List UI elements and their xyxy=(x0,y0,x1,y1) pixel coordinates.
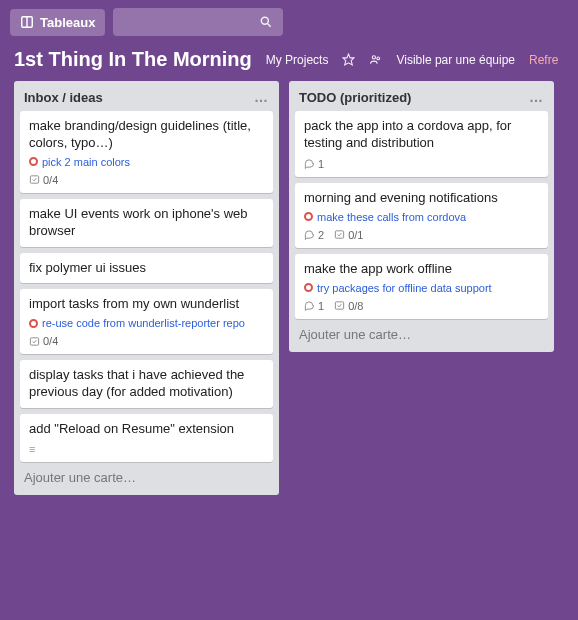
svg-point-2 xyxy=(262,17,269,24)
list-todo-prioritized: TODO (prioritized) … pack the app into a… xyxy=(289,81,554,352)
checklist-icon xyxy=(334,300,345,311)
card-title: make the app work offline xyxy=(304,261,539,278)
my-projects-link[interactable]: My Projects xyxy=(266,53,329,67)
card-warning: pick 2 main colors xyxy=(29,156,264,168)
card[interactable]: make UI events work on iphone's web brow… xyxy=(20,199,273,247)
card-warning: try packages for offline data support xyxy=(304,282,539,294)
card-title: import tasks from my own wunderlist xyxy=(29,296,264,313)
boards-label: Tableaux xyxy=(40,15,95,30)
boards-button[interactable]: Tableaux xyxy=(10,9,105,36)
checklist-icon xyxy=(334,229,345,240)
card-warning: make these calls from cordova xyxy=(304,211,539,223)
card[interactable]: morning and evening notifications make t… xyxy=(295,183,548,248)
topbar: Tableaux xyxy=(0,0,578,44)
svg-point-5 xyxy=(373,56,376,59)
card[interactable]: make the app work offline try packages f… xyxy=(295,254,548,319)
svg-rect-7 xyxy=(30,176,38,183)
comment-icon xyxy=(304,229,315,240)
card[interactable]: import tasks from my own wunderlist re-u… xyxy=(20,289,273,354)
board-title[interactable]: 1st Thing In The Morning xyxy=(14,48,252,71)
card-title: add "Reload on Resume" extension xyxy=(29,421,264,438)
checklist-badge: 0/8 xyxy=(334,300,363,312)
comments-badge: 1 xyxy=(304,158,324,170)
warning-icon xyxy=(304,212,313,221)
card[interactable]: display tasks that i have achieved the p… xyxy=(20,360,273,408)
warning-icon xyxy=(304,283,313,292)
checklist-badge: 0/4 xyxy=(29,335,58,347)
svg-marker-4 xyxy=(344,54,355,65)
card[interactable]: add "Reload on Resume" extension ≡ xyxy=(20,414,273,462)
list-title[interactable]: TODO (prioritized) xyxy=(299,90,411,105)
card-title: display tasks that i have achieved the p… xyxy=(29,367,264,401)
card-title: make UI events work on iphone's web brow… xyxy=(29,206,264,240)
card-title: pack the app into a cordova app, for tes… xyxy=(304,118,539,152)
svg-line-3 xyxy=(268,24,271,27)
description-icon: ≡ xyxy=(29,443,264,455)
checklist-icon xyxy=(29,174,40,185)
refresh-button[interactable]: Refre xyxy=(529,53,558,67)
checklist-badge: 0/4 xyxy=(29,174,58,186)
comment-icon xyxy=(304,158,315,169)
add-card-button[interactable]: Ajouter une carte… xyxy=(289,319,554,352)
team-icon xyxy=(369,53,382,66)
comments-badge: 2 xyxy=(304,229,324,241)
card-title: make branding/design guidelines (title, … xyxy=(29,118,264,152)
comment-icon xyxy=(304,300,315,311)
svg-point-6 xyxy=(377,57,380,60)
list-inbox-ideas: Inbox / ideas … make branding/design gui… xyxy=(14,81,279,495)
search-input[interactable] xyxy=(113,8,283,36)
warning-icon xyxy=(29,157,38,166)
card[interactable]: pack the app into a cordova app, for tes… xyxy=(295,111,548,177)
add-card-button[interactable]: Ajouter une carte… xyxy=(14,462,279,495)
list-menu-icon[interactable]: … xyxy=(529,89,544,105)
card-warning: re-use code from wunderlist-reporter rep… xyxy=(29,317,264,329)
list-menu-icon[interactable]: … xyxy=(254,89,269,105)
svg-rect-9 xyxy=(336,231,344,238)
warning-icon xyxy=(29,319,38,328)
board-header: 1st Thing In The Morning My Projects Vis… xyxy=(0,44,578,81)
card[interactable]: fix polymer ui issues xyxy=(20,253,273,284)
card-title: morning and evening notifications xyxy=(304,190,539,207)
list-title[interactable]: Inbox / ideas xyxy=(24,90,103,105)
comments-badge: 1 xyxy=(304,300,324,312)
search-icon xyxy=(259,15,273,29)
lists-container: Inbox / ideas … make branding/design gui… xyxy=(0,81,578,503)
svg-rect-8 xyxy=(30,338,38,345)
card-title: fix polymer ui issues xyxy=(29,260,264,277)
checklist-icon xyxy=(29,336,40,347)
visibility-label[interactable]: Visible par une équipe xyxy=(396,53,515,67)
svg-rect-10 xyxy=(336,302,344,309)
card[interactable]: make branding/design guidelines (title, … xyxy=(20,111,273,193)
star-icon[interactable] xyxy=(342,53,355,66)
checklist-badge: 0/1 xyxy=(334,229,363,241)
boards-icon xyxy=(20,15,34,29)
